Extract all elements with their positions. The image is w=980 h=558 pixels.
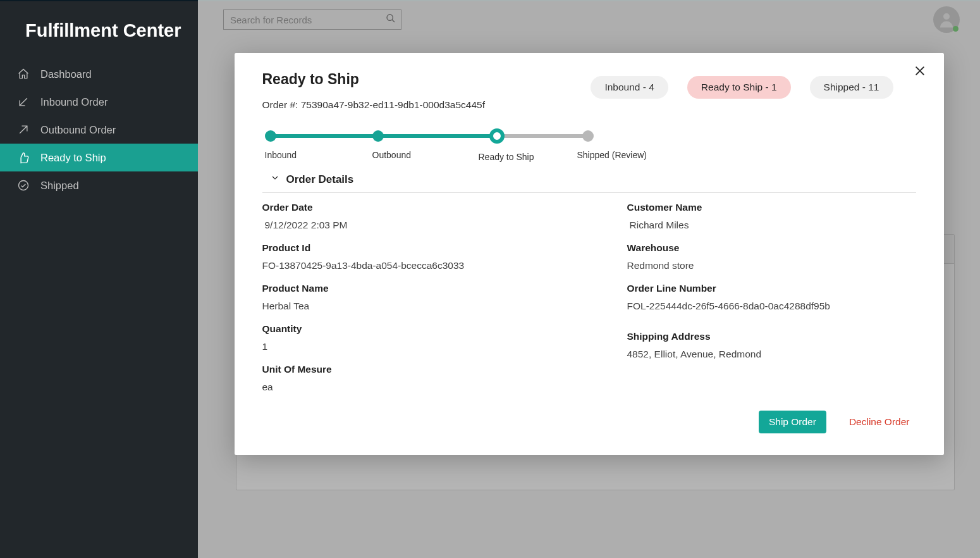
app-title: Fulfillment Center	[0, 20, 198, 60]
product-name-value: Herbal Tea	[262, 301, 551, 312]
nav-label: Outbound Order	[40, 124, 116, 136]
close-button[interactable]	[914, 65, 926, 80]
ship-addr-label: Shipping Address	[627, 331, 916, 342]
step-dot-current-icon	[489, 128, 505, 144]
svg-point-0	[19, 181, 28, 190]
order-details: Order Date 9/12/2022 2:03 PM Product Id …	[262, 202, 916, 393]
home-icon	[16, 67, 30, 81]
order-date-label: Order Date	[262, 202, 551, 213]
main-area: Ready to Ship Order #: 75390a47-9b32-ed1…	[198, 0, 980, 558]
check-circle-icon	[16, 178, 30, 192]
nav-outbound[interactable]: Outbound Order	[0, 116, 198, 144]
nav-label: Inbound Order	[40, 96, 107, 108]
customer-label: Customer Name	[627, 202, 916, 213]
nav-ready-to-ship[interactable]: Ready to Ship	[0, 144, 198, 171]
nav-inbound[interactable]: Inbound Order	[0, 88, 198, 116]
status-pills: Inbound - 4 Ready to Ship - 1 Shipped - …	[591, 76, 893, 99]
ready-to-ship-modal: Ready to Ship Order #: 75390a47-9b32-ed1…	[235, 53, 944, 455]
modal-actions: Ship Order Decline Order	[262, 411, 916, 433]
product-id-label: Product Id	[262, 242, 551, 254]
arrow-down-left-icon	[16, 95, 30, 109]
order-details-toggle[interactable]: Order Details	[262, 169, 916, 193]
progress-tracker: Inbound Outbound Ready to Ship Shipped (…	[262, 128, 916, 159]
step-dot-done-icon	[265, 130, 276, 142]
line-label: Order Line Number	[627, 283, 916, 294]
nav-shipped[interactable]: Shipped	[0, 171, 198, 199]
pill-inbound[interactable]: Inbound - 4	[591, 76, 668, 99]
nav-label: Shipped	[40, 180, 79, 192]
step-inbound: Inbound	[265, 128, 297, 161]
ship-order-button[interactable]: Ship Order	[759, 411, 826, 433]
step-outbound: Outbound	[372, 128, 412, 161]
chevron-down-icon	[270, 173, 280, 186]
pill-shipped[interactable]: Shipped - 11	[810, 76, 893, 99]
nav-label: Ready to Ship	[40, 152, 106, 164]
nav-dashboard[interactable]: Dashboard	[0, 60, 198, 88]
line-value: FOL-225444dc-26f5-4666-8da0-0ac4288df95b	[627, 301, 916, 312]
order-number: Order #: 75390a47-9b32-ed11-9db1-000d3a5…	[262, 99, 916, 111]
uom-value: ea	[262, 381, 551, 393]
product-name-label: Product Name	[262, 283, 551, 294]
step-ready: Ready to Ship	[491, 128, 534, 163]
quantity-label: Quantity	[262, 323, 551, 335]
section-title: Order Details	[286, 173, 354, 186]
step-dot-done-icon	[372, 130, 384, 142]
step-dot-icon	[582, 130, 594, 142]
modal-overlay: Ready to Ship Order #: 75390a47-9b32-ed1…	[198, 1, 980, 558]
pill-ready[interactable]: Ready to Ship - 1	[687, 76, 791, 99]
customer-value: Richard Miles	[630, 220, 916, 231]
step-shipped: Shipped (Review)	[582, 128, 647, 161]
warehouse-value: Redmond store	[627, 260, 916, 271]
uom-label: Unit Of Mesure	[262, 364, 551, 375]
decline-order-button[interactable]: Decline Order	[849, 416, 916, 428]
quantity-value: 1	[262, 341, 551, 352]
sidebar: Fulfillment Center Dashboard Inbound Ord…	[0, 0, 198, 558]
nav-label: Dashboard	[40, 68, 92, 80]
ship-addr-value: 4852, Elliot, Avenue, Redmond	[627, 349, 916, 360]
arrow-up-right-icon	[16, 123, 30, 137]
order-date-value: 9/12/2022 2:03 PM	[265, 220, 551, 231]
product-id-value: FO-13870425-9a13-4bda-a054-bcecca6c3033	[262, 260, 551, 271]
thumbs-up-icon	[16, 151, 30, 164]
warehouse-label: Warehouse	[627, 242, 916, 254]
